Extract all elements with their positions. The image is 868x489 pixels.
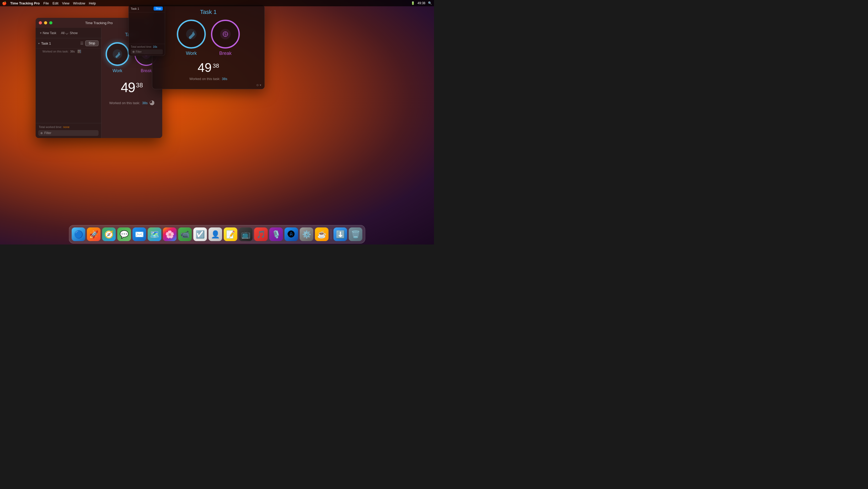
- mini-total-time: Total worked time: 16s: [131, 46, 163, 48]
- search-icon[interactable]: 🔍: [428, 1, 432, 5]
- dock-notes[interactable]: 📝: [224, 227, 238, 241]
- close-button[interactable]: [39, 21, 42, 24]
- clock: 49:38: [417, 1, 425, 5]
- total-worked-value: none: [63, 125, 69, 128]
- large-worked-value: 38s: [222, 77, 227, 81]
- mini-filter-bar[interactable]: ⊕ Filter: [131, 49, 163, 54]
- chevron-down-icon: [65, 31, 68, 34]
- large-timer-sub: 38: [213, 62, 219, 69]
- dock-facetime[interactable]: 📹: [178, 227, 192, 241]
- minimize-button[interactable]: [44, 21, 47, 24]
- work-circle: [105, 42, 129, 66]
- menubar-left: 🍎 Time Tracking Pro File Edit View Windo…: [2, 1, 96, 5]
- filter-bar[interactable]: ⊕ Filter: [38, 130, 98, 136]
- large-timer-row: Work Break: [152, 18, 265, 58]
- task-row-left: ▾ Task 1: [38, 41, 80, 46]
- task-chevron-icon: ▾: [38, 42, 39, 45]
- timer-main-value: 49: [121, 80, 135, 95]
- expand-icon: ⊙: [256, 83, 259, 87]
- dock-brew[interactable]: ☕: [315, 227, 329, 241]
- dock-mail[interactable]: ✉️: [133, 227, 146, 241]
- pie-chart-icon[interactable]: [150, 100, 154, 105]
- timer-display: 49 38: [121, 80, 143, 95]
- large-header: Task 1: [152, 5, 265, 18]
- dock-photos[interactable]: 🌸: [163, 227, 177, 241]
- work-button[interactable]: Work: [105, 42, 129, 73]
- large-wrench-icon: [185, 28, 197, 40]
- menu-view[interactable]: View: [62, 1, 69, 5]
- mini-task-name: Task 1: [131, 7, 139, 10]
- window-title: Time Tracking Pro: [85, 21, 113, 25]
- dock-safari[interactable]: 🧭: [102, 227, 116, 241]
- sidebar: + New Task All Show ▾ Task 1 ☰ Stop: [36, 28, 101, 138]
- menu-window[interactable]: Window: [73, 1, 85, 5]
- dock-trash[interactable]: 🗑️: [349, 227, 363, 241]
- dock-finder[interactable]: 🔵: [72, 227, 86, 241]
- sort-icon[interactable]: ☰: [80, 41, 84, 46]
- task-name: Task 1: [41, 41, 51, 46]
- plus-icon: +: [40, 31, 42, 35]
- mini-window: Task 1 Stop Total worked time: 16s ⊕ Fil…: [128, 5, 165, 56]
- task-row: ▾ Task 1 ☰ Stop: [36, 38, 101, 49]
- mini-content: [129, 12, 165, 44]
- dock: 🔵 🚀 🧭 💬 ✉️ 🗺️ 🌸 📹 ☑️ 👤 📝 📺 🎵 🎙️ 🅐 ⚙️ ☕ ⬇…: [69, 225, 365, 243]
- sidebar-footer: Total worked time: none ⊕ Filter: [36, 123, 101, 138]
- worked-label: Worked on this task:: [42, 50, 68, 53]
- chart-icon[interactable]: 📊: [77, 50, 81, 53]
- menu-file[interactable]: File: [43, 1, 49, 5]
- large-timer-main: 49: [197, 60, 212, 75]
- chevron-down-large-icon: ▾: [260, 83, 261, 87]
- large-work-button[interactable]: Work: [177, 20, 206, 56]
- work-label: Work: [113, 68, 122, 73]
- dock-appstore[interactable]: 🅐: [285, 227, 298, 241]
- dock-syspreferences[interactable]: ⚙️: [300, 227, 313, 241]
- svg-point-1: [116, 56, 117, 57]
- filter-icon: ⊕: [40, 132, 43, 135]
- large-break-icon: [219, 28, 232, 40]
- battery-icon: 🔋: [411, 1, 415, 5]
- apple-menu[interactable]: 🍎: [2, 1, 6, 5]
- worked-value: 38s: [142, 101, 148, 105]
- maximize-button[interactable]: [49, 21, 53, 24]
- svg-point-6: [189, 36, 190, 38]
- menu-edit[interactable]: Edit: [53, 1, 58, 5]
- dock-messages[interactable]: 💬: [117, 227, 131, 241]
- large-window: Task 1 Work: [152, 5, 265, 89]
- total-worked: Total worked time: none: [38, 125, 98, 128]
- traffic-lights: [39, 21, 53, 24]
- large-work-circle: [177, 20, 206, 49]
- timer-sub-value: 38: [136, 82, 143, 89]
- task-time-row: Worked on this task: 38s 📊: [36, 49, 101, 55]
- all-show-button[interactable]: All Show: [60, 30, 79, 36]
- sidebar-spacer: [36, 55, 101, 123]
- new-task-button[interactable]: + New Task: [38, 30, 58, 36]
- task-time-value: 38s: [70, 50, 75, 53]
- filter-label: Filter: [44, 131, 51, 135]
- sidebar-toolbar: + New Task All Show: [36, 28, 101, 38]
- large-break-circle: [211, 20, 240, 49]
- break-label: Break: [141, 68, 152, 73]
- large-task-title: Task 1: [200, 9, 217, 15]
- large-break-button[interactable]: Break: [211, 20, 240, 56]
- dock-maps[interactable]: 🗺️: [148, 227, 161, 241]
- dock-podcasts[interactable]: 🎙️: [270, 227, 283, 241]
- mini-stop-button[interactable]: Stop: [154, 6, 163, 10]
- stop-button[interactable]: Stop: [85, 40, 98, 46]
- mini-filter-icon: ⊕: [132, 50, 135, 54]
- dock-music[interactable]: 🎵: [254, 227, 268, 241]
- dock-contacts[interactable]: 👤: [209, 227, 222, 241]
- large-break-label: Break: [219, 51, 231, 56]
- menubar-right: 🔋 49:38 🔍: [411, 1, 432, 5]
- menubar: 🍎 Time Tracking Pro File Edit View Windo…: [0, 0, 434, 6]
- dock-launchpad[interactable]: 🚀: [87, 227, 101, 241]
- dock-appletv[interactable]: 📺: [239, 227, 253, 241]
- large-work-label: Work: [186, 51, 197, 56]
- mini-filter-label: Filter: [136, 50, 142, 53]
- large-time-display: 49 38: [152, 58, 265, 76]
- mini-footer: Total worked time: 16s ⊕ Filter: [129, 44, 165, 56]
- menu-help[interactable]: Help: [89, 1, 96, 5]
- expand-button[interactable]: ⊙ ▾: [256, 83, 261, 87]
- dock-reminders[interactable]: ☑️: [193, 227, 207, 241]
- dock-downloads[interactable]: ⬇️: [334, 227, 347, 241]
- worked-on-task: Worked on this task: 38s: [109, 100, 155, 105]
